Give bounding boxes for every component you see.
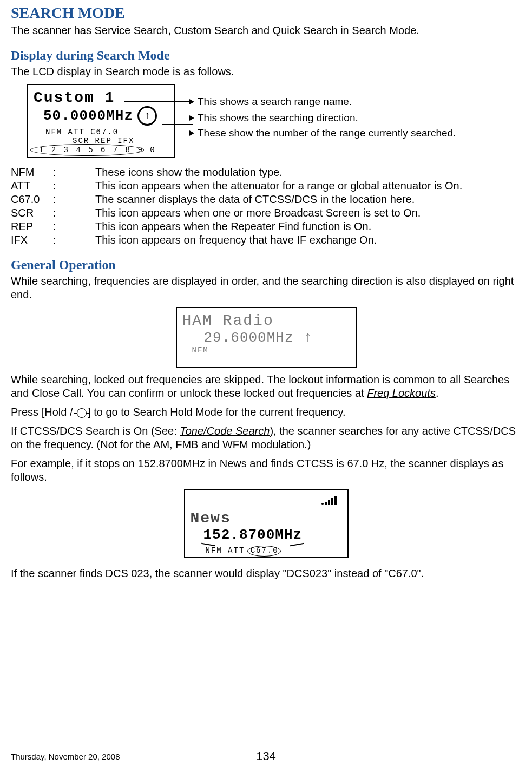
- heading-display-during: Display during Search Mode: [11, 48, 521, 63]
- genop-p3: Press [Hold / ] to go to Search Hold Mod…: [11, 405, 521, 419]
- lcd1: Custom 1 50.0000MHz ↑ NFM ATT C67.0 SCR …: [27, 84, 175, 158]
- lcd3: News 152.8700MHz NFM ATT C67.0: [184, 489, 349, 558]
- lcd1-name: Custom 1: [34, 89, 169, 106]
- lcd1-diagram: Custom 1 50.0000MHz ↑ NFM ATT C67.0 SCR …: [11, 84, 521, 158]
- def-val: This icon appears when the attenuator fo…: [95, 179, 467, 193]
- genop-p6: If the scanner finds DCS 023, the scanne…: [11, 567, 521, 580]
- range-ellipse-icon: [30, 144, 144, 156]
- genop-p4: If CTCSS/DCS Search is On (See: Tone/Cod…: [11, 424, 521, 452]
- genop-p2b: .: [436, 387, 439, 399]
- page-footer: Thursday, November 20, 2008 134: [0, 752, 532, 761]
- intro-display: The LCD display in Search mode is as fol…: [11, 65, 521, 78]
- lcd2: HAM Radio 29.6000MHz ↑ NFM: [176, 307, 357, 368]
- arrow-icon: [189, 115, 194, 121]
- lcd2-freq: 29.6000MHz: [204, 330, 294, 346]
- arrow-icon: [189, 99, 194, 104]
- anno1: This shows a search range name.: [198, 96, 352, 108]
- lcd1-freq: 50.0000MHz: [43, 108, 133, 124]
- icon-definitions: NFM:These icons show the modulation type…: [11, 166, 467, 247]
- def-val: This icon appears when one or more Broad…: [95, 206, 467, 220]
- genop-p5: For example, if it stops on 152.8700MHz …: [11, 457, 521, 484]
- def-row: NFM:These icons show the modulation type…: [11, 166, 467, 179]
- ctcss-ellipse-icon: [247, 546, 281, 557]
- lcd2-name: HAM Radio: [182, 312, 350, 329]
- def-row: ATT:This icon appears when the attenuato…: [11, 179, 467, 193]
- def-key: IFX: [11, 233, 53, 247]
- genop-p3a: Press [Hold /: [11, 406, 76, 418]
- signal-bars-icon: [191, 495, 342, 505]
- def-key: NFM: [11, 166, 53, 179]
- lcd2-arrow-icon: ↑: [304, 329, 313, 346]
- anno2: This shows the searching direction.: [198, 112, 358, 124]
- arrow-icon: [189, 130, 194, 136]
- heading-search-mode: SEARCH MODE: [11, 4, 521, 22]
- lcd1-annotations: This shows a search range name. This sho…: [189, 84, 530, 139]
- def-key: ATT: [11, 179, 53, 193]
- def-key: C67.0: [11, 193, 53, 206]
- lcd3-name: News: [191, 510, 342, 527]
- close-call-icon: [77, 408, 87, 418]
- page: SEARCH MODE The scanner has Service Sear…: [0, 0, 532, 772]
- footer-date: Thursday, November 20, 2008: [11, 752, 120, 761]
- heading-general-operation: General Operation: [11, 258, 521, 272]
- footer-page-number: 134: [256, 749, 276, 763]
- genop-p4a: If CTCSS/DCS Search is On (See:: [11, 425, 180, 437]
- lcd3-freq: 152.8700MHz: [203, 527, 303, 543]
- genop-p1: While searching, frequencies are display…: [11, 274, 521, 302]
- intro-search-mode: The scanner has Service Search, Custom S…: [11, 24, 521, 37]
- def-val: These icons show the modulation type.: [95, 166, 467, 179]
- def-row: C67.0:The scanner displays the data of C…: [11, 193, 467, 206]
- def-val: The scanner displays the data of CTCSS/D…: [95, 193, 467, 206]
- def-row: SCR:This icon appears when one or more B…: [11, 206, 467, 220]
- def-key: REP: [11, 220, 53, 233]
- genop-p2: While searching, locked out frequencies …: [11, 373, 521, 400]
- def-row: REP:This icon appears when the Repeater …: [11, 220, 467, 233]
- def-key: SCR: [11, 206, 53, 220]
- def-val: This icon appears on frequency that have…: [95, 233, 467, 247]
- def-row: IFX:This icon appears on frequency that …: [11, 233, 467, 247]
- lcd3-icons: NFM ATT: [206, 546, 251, 555]
- lcd1-arrow-icon: ↑: [137, 106, 157, 126]
- link-tone-code-search[interactable]: Tone/Code Search: [180, 425, 270, 437]
- genop-p3b: ] to go to Search Hold Mode for the curr…: [88, 406, 346, 418]
- lcd2-mod: NFM: [192, 346, 350, 355]
- link-freq-lockouts[interactable]: Freq Lockouts: [367, 387, 436, 399]
- anno3: These show the number of the range curre…: [198, 127, 456, 139]
- lcd1-icons: NFM ATT C67.0: [45, 128, 169, 136]
- def-val: This icon appears when the Repeater Find…: [95, 220, 467, 233]
